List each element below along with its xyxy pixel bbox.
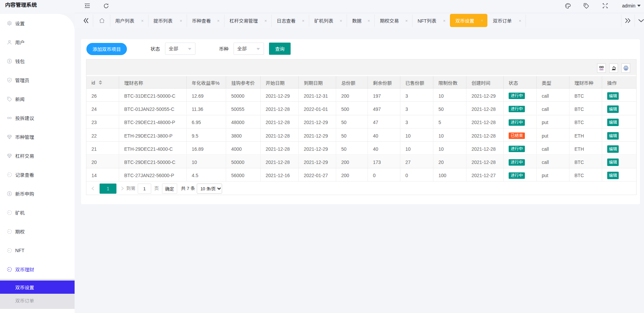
svg-text:$: $ (8, 192, 10, 195)
svg-text:$: $ (8, 59, 10, 63)
